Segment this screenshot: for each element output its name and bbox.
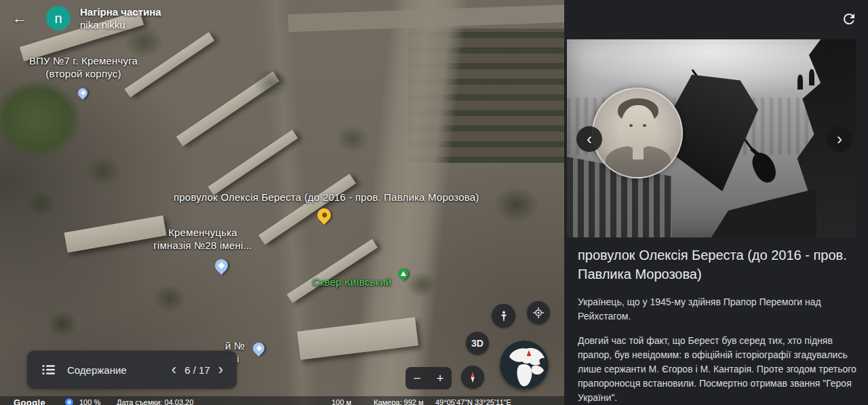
pin-icon [315, 206, 334, 225]
placemark-photo[interactable] [567, 39, 856, 237]
google-earth-window: ВПУ №7 г. Кременчуга (второй корпус) про… [0, 0, 868, 405]
photo-roof-ledge [711, 189, 816, 237]
next-slide-button[interactable]: › [214, 362, 227, 377]
school-pin-icon[interactable] [253, 343, 264, 354]
placemark-info-panel: ‹ › провулок Олексія Береста (до 2016 - … [564, 0, 868, 405]
3d-label: 3D [471, 338, 484, 349]
photo-previous-button[interactable]: ‹ [576, 126, 602, 152]
placemark-title: провулок Олексія Береста (до 2016 - пров… [578, 246, 859, 284]
school-pin-icon[interactable] [215, 259, 228, 272]
berest-portrait [592, 88, 683, 178]
project-header: ← n Нагірна частина nika nikku [12, 5, 161, 31]
table-of-contents-icon[interactable] [42, 364, 56, 375]
photo-distant-figure [809, 69, 814, 85]
map-label-street[interactable]: провулок Олексія Береста (до 2016 - пров… [174, 191, 477, 204]
map-label-park[interactable]: Сквер Київський [312, 275, 392, 288]
pin-icon [76, 86, 90, 100]
map-label-gymnasium[interactable]: Кременчуцька гімназія №28 імені... [144, 226, 261, 252]
avatar: n [46, 6, 71, 31]
pin-icon [396, 267, 410, 281]
contents-bar[interactable]: Содержание ‹ 6 / 17 › [27, 351, 237, 389]
project-author: nika nikku [80, 18, 161, 31]
pegman-icon [498, 310, 510, 322]
placemark-history: Довгий час той факт, що Берест був серед… [578, 334, 859, 405]
map-scale: 100 м [332, 398, 351, 405]
school-pin-icon[interactable] [78, 88, 87, 98]
refresh-icon[interactable] [841, 11, 857, 27]
placemark-description: провулок Олексія Береста (до 2016 - пров… [578, 246, 859, 405]
pin-icon [250, 340, 267, 356]
portrait-collar [633, 147, 644, 159]
photo-next-button[interactable]: › [827, 126, 852, 152]
map-label-school7[interactable]: ВПУ №7 г. Кременчуга (второй корпус) [19, 54, 148, 80]
camera-altitude: Камера: 992 м [374, 398, 424, 405]
globe-icon [500, 341, 549, 389]
street-placemark-pin[interactable] [317, 208, 331, 222]
stream-progress-icon [65, 398, 73, 405]
portrait-eye [629, 124, 633, 127]
back-button[interactable]: ← [12, 11, 27, 26]
pin-icon [212, 256, 231, 275]
previous-slide-button[interactable]: ‹ [167, 362, 180, 377]
my-location-icon [532, 307, 545, 319]
google-logo: Google [14, 398, 45, 405]
zoom-in-button[interactable]: + [429, 367, 452, 389]
portrait-eye [643, 124, 646, 127]
slide-counter: 6 / 17 [184, 364, 210, 376]
satellite-map[interactable]: ВПУ №7 г. Кременчуга (второй корпус) про… [0, 0, 564, 405]
project-title: Нагірна частина [80, 5, 161, 18]
status-bar: Google 100 % Дата съемки: 04.03.20 100 м… [0, 396, 564, 405]
imagery-date: Дата съемки: 04.03.20 [117, 398, 193, 405]
placemark-summary: Українець, що у 1945-му здійняв Прапор П… [578, 295, 859, 324]
coordinates: 49°05'47"N 33°25'11"E [435, 398, 511, 405]
my-location-button[interactable] [527, 301, 550, 324]
project-header-text: Нагірна частина nika nikku [80, 5, 161, 31]
3d-toggle-button[interactable]: 3D [466, 332, 489, 355]
pegman-button[interactable] [492, 304, 515, 328]
compass-button[interactable] [461, 366, 484, 389]
stream-progress-value: 100 % [79, 398, 100, 405]
compass-needle-icon [466, 370, 479, 384]
zoom-control: − + [406, 367, 452, 389]
globe-overview-button[interactable] [500, 341, 549, 389]
park-pin-icon[interactable] [398, 269, 408, 279]
zoom-out-button[interactable]: − [406, 367, 429, 389]
photo-distant-figure [797, 75, 803, 90]
contents-label: Содержание [67, 364, 127, 376]
portrait-face [621, 105, 655, 149]
